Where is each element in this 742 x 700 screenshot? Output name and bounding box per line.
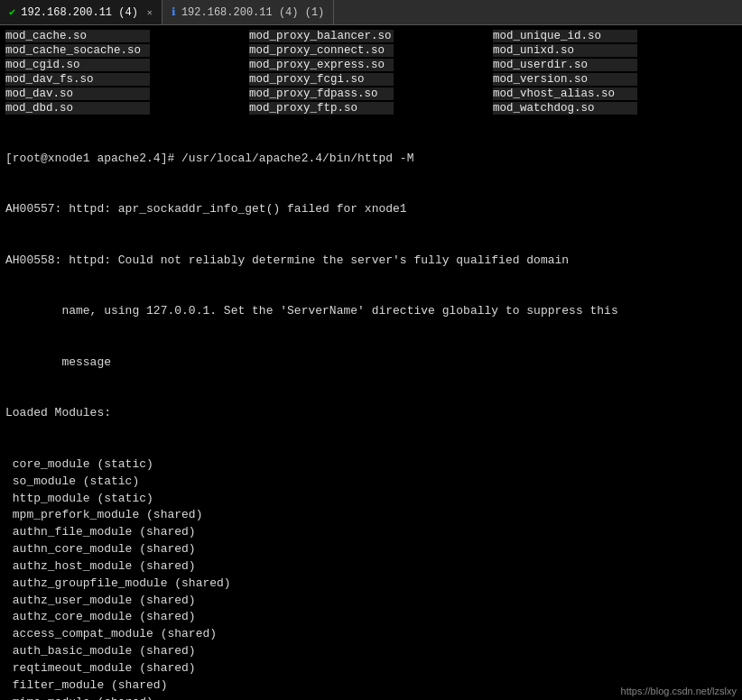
- mod-cell: mod_cache.so: [5, 29, 249, 43]
- tab-1[interactable]: ✔ 192.168.200.11 (4) ✕: [0, 0, 162, 24]
- mod-cell: mod_vhost_alias.so: [493, 87, 737, 101]
- tab-bar: ✔ 192.168.200.11 (4) ✕ ℹ 192.168.200.11 …: [0, 0, 742, 25]
- module-list-item: authz_groupfile_module (shared): [5, 576, 737, 593]
- mod-cell: mod_watchdog.so: [493, 101, 737, 115]
- terminal-output: [root@xnode1 apache2.4]# /usr/local/apac…: [5, 116, 737, 700]
- module-list: core_module (static) so_module (static) …: [5, 456, 737, 700]
- mod-cell: mod_cache_socache.so: [5, 43, 249, 58]
- mod-cell: mod_unixd.so: [493, 43, 737, 58]
- error-line-2: AH00558: httpd: Could not reliably deter…: [5, 253, 737, 270]
- mod-cell: mod_proxy_express.so: [249, 58, 493, 72]
- tab-2[interactable]: ℹ 192.168.200.11 (4) (1): [162, 0, 334, 24]
- module-list-item: core_module (static): [5, 456, 737, 474]
- mod-cell: mod_proxy_fdpass.so: [249, 87, 493, 101]
- mod-cell: mod_proxy_connect.so: [249, 43, 493, 58]
- mod-cell: mod_cgid.so: [5, 58, 249, 72]
- error-line-1: AH00557: httpd: apr_sockaddr_info_get() …: [5, 201, 737, 218]
- watermark: https://blog.csdn.net/lzslxy: [621, 686, 737, 696]
- mod-cell: mod_proxy_balancer.so: [249, 29, 493, 43]
- green-check-icon: ✔: [9, 5, 15, 19]
- tab-1-label: 192.168.200.11 (4): [21, 6, 138, 19]
- module-list-item: so_module (static): [5, 474, 737, 491]
- mod-cell: mod_userdir.so: [493, 58, 737, 72]
- module-list-item: authn_core_module (shared): [5, 541, 737, 558]
- error-line-4: message: [5, 355, 737, 372]
- module-list-item: authz_user_module (shared): [5, 593, 737, 610]
- module-list-item: reqtimeout_module (shared): [5, 660, 737, 677]
- module-list-item: authn_file_module (shared): [5, 524, 737, 541]
- prompt-line-1: [root@xnode1 apache2.4]# /usr/local/apac…: [5, 151, 737, 168]
- mod-cell: mod_dav.so: [5, 87, 249, 101]
- module-files-grid: mod_cache.so mod_proxy_balancer.so mod_u…: [5, 29, 737, 115]
- mod-cell: mod_proxy_ftp.so: [249, 101, 493, 115]
- terminal[interactable]: mod_cache.so mod_proxy_balancer.so mod_u…: [0, 25, 742, 700]
- tab-2-label: 192.168.200.11 (4) (1): [181, 6, 324, 19]
- module-list-item: mpm_prefork_module (shared): [5, 507, 737, 524]
- mod-cell: mod_dbd.so: [5, 101, 249, 115]
- mod-cell: mod_unique_id.so: [493, 29, 737, 43]
- module-list-item: auth_basic_module (shared): [5, 643, 737, 660]
- mod-cell: mod_proxy_fcgi.so: [249, 72, 493, 87]
- mod-cell: mod_dav_fs.so: [5, 72, 249, 87]
- module-list-item: authz_core_module (shared): [5, 609, 737, 626]
- module-list-item: authz_host_module (shared): [5, 558, 737, 576]
- mod-cell: mod_version.so: [493, 72, 737, 87]
- info-icon: ℹ: [172, 5, 176, 19]
- error-line-3: name, using 127.0.0.1. Set the 'ServerNa…: [5, 303, 737, 320]
- loaded-modules-header: Loaded Modules:: [5, 405, 737, 422]
- tab-1-close[interactable]: ✕: [147, 7, 153, 18]
- module-list-item: http_module (static): [5, 491, 737, 508]
- module-list-item: access_compat_module (shared): [5, 626, 737, 643]
